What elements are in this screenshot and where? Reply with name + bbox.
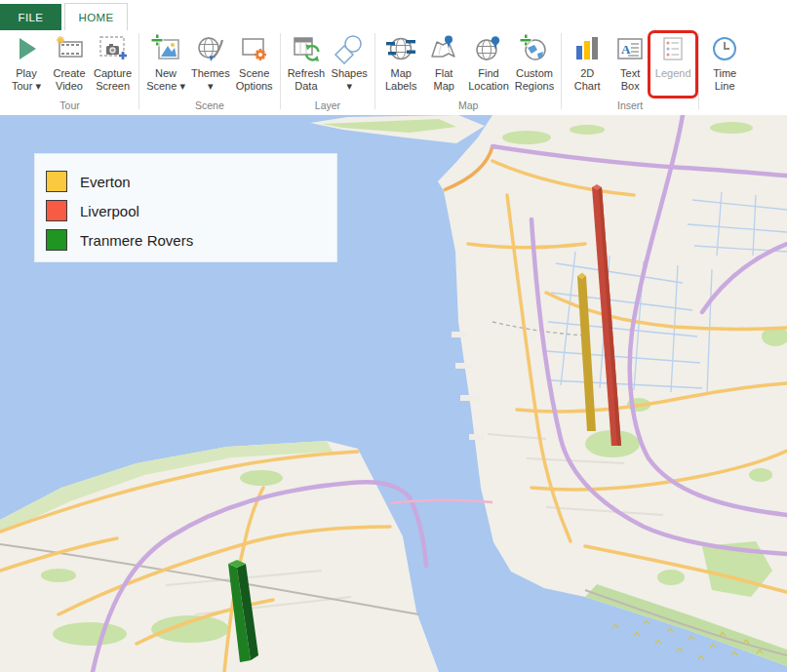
2d-chart-icon bbox=[571, 33, 603, 64]
button-label: 2D bbox=[580, 67, 594, 79]
play-icon bbox=[11, 33, 42, 64]
button-label: Capture bbox=[94, 67, 132, 79]
button-label: Scene ▾ bbox=[146, 80, 185, 92]
legend-label: Everton bbox=[80, 174, 131, 190]
play-tour-button[interactable]: PlayTour ▾ bbox=[5, 30, 48, 99]
tab-home[interactable]: HOME bbox=[64, 3, 128, 31]
button-label: Shapes bbox=[332, 67, 368, 79]
group-label-scene: Scene bbox=[143, 99, 276, 115]
group-tour: PlayTour ▾ CreateVideo bbox=[5, 30, 135, 115]
create-video-button[interactable]: CreateVideo bbox=[48, 30, 91, 99]
themes-globe-brush-icon bbox=[195, 33, 226, 64]
button-label: Custom bbox=[516, 67, 553, 79]
find-location-button[interactable]: FindLocation bbox=[465, 30, 512, 99]
legend-button[interactable]: Legend bbox=[651, 30, 694, 99]
group-label-layer: Layer bbox=[285, 99, 372, 115]
legend-item: Tranmere Rovers bbox=[46, 225, 336, 255]
filmstrip-icon bbox=[54, 33, 85, 64]
new-scene-button[interactable]: NewScene ▾ bbox=[143, 30, 188, 99]
powermap-window: FILE HOME PlayTour ▾ CreateVideo bbox=[0, 0, 787, 672]
flat-map-icon bbox=[428, 33, 459, 64]
themes-button[interactable]: Themes▾ bbox=[188, 30, 233, 99]
group-separator bbox=[374, 33, 375, 109]
group-label-insert: Insert bbox=[566, 99, 694, 115]
scene-options-button[interactable]: SceneOptions bbox=[233, 30, 276, 99]
group-separator bbox=[698, 33, 699, 109]
legend-label: Tranmere Rovers bbox=[80, 232, 193, 249]
button-label: Refresh bbox=[288, 67, 326, 79]
group-time: TimeLine bbox=[703, 30, 746, 115]
tab-file[interactable]: FILE bbox=[0, 4, 61, 30]
button-label: Data bbox=[295, 80, 317, 92]
button-label: Map bbox=[390, 67, 411, 79]
button-label: Map bbox=[434, 80, 454, 92]
button-label: ▾ bbox=[208, 80, 214, 92]
map-legend[interactable]: Everton Liverpool Tranmere Rovers bbox=[34, 153, 337, 262]
button-label: Screen bbox=[96, 80, 130, 92]
button-label: Find bbox=[478, 67, 498, 79]
group-separator bbox=[138, 33, 139, 109]
ribbon-tab-bar: FILE HOME bbox=[0, 0, 787, 30]
refresh-data-icon bbox=[291, 33, 322, 64]
time-line-button[interactable]: TimeLine bbox=[703, 30, 746, 110]
shapes-icon bbox=[334, 33, 365, 64]
2d-chart-button[interactable]: 2DChart bbox=[566, 30, 609, 99]
custom-regions-icon bbox=[519, 33, 550, 64]
group-insert: 2DChart A TextBox Legen bbox=[566, 30, 694, 115]
flat-map-button[interactable]: FlatMap bbox=[422, 30, 465, 99]
button-label: Box bbox=[621, 80, 640, 92]
group-map: MapLabels FlatMap bbox=[379, 30, 557, 115]
legend-swatch-liverpool bbox=[46, 200, 67, 221]
refresh-data-button[interactable]: RefreshData bbox=[285, 30, 329, 99]
capture-screen-button[interactable]: CaptureScreen bbox=[91, 30, 135, 99]
group-separator bbox=[280, 33, 281, 109]
legend-item: Everton bbox=[46, 167, 336, 196]
button-label: Tour ▾ bbox=[12, 80, 41, 92]
group-label-map: Map bbox=[379, 99, 557, 115]
legend-swatch-tranmere bbox=[46, 229, 67, 251]
text-box-button[interactable]: A TextBox bbox=[609, 30, 651, 99]
button-label: Location bbox=[468, 80, 509, 92]
map-labels-button[interactable]: MapLabels bbox=[379, 30, 422, 99]
button-label: Text bbox=[620, 67, 640, 79]
svg-text:A: A bbox=[621, 42, 631, 57]
button-label: New bbox=[155, 67, 177, 79]
button-label: ▾ bbox=[346, 80, 352, 92]
group-label-tour: Tour bbox=[5, 99, 135, 115]
button-label: Regions bbox=[515, 80, 554, 92]
button-label: Video bbox=[56, 80, 83, 92]
legend-swatch-everton bbox=[46, 171, 67, 192]
button-label: Legend bbox=[655, 67, 691, 79]
group-separator bbox=[561, 33, 562, 109]
button-label: Themes bbox=[191, 67, 230, 79]
button-label: Scene bbox=[239, 67, 269, 79]
button-label: Create bbox=[53, 67, 85, 79]
shapes-button[interactable]: Shapes▾ bbox=[328, 30, 371, 99]
button-label: Line bbox=[715, 80, 735, 92]
button-label: Time bbox=[713, 67, 736, 79]
group-scene: NewScene ▾ Themes▾ bbox=[143, 30, 276, 115]
button-label: Flat bbox=[435, 67, 453, 79]
button-label: Labels bbox=[385, 80, 416, 92]
find-location-icon bbox=[473, 33, 504, 64]
ribbon: PlayTour ▾ CreateVideo bbox=[0, 30, 787, 115]
button-label: Play bbox=[16, 67, 36, 79]
clock-icon bbox=[709, 33, 740, 64]
text-box-icon: A bbox=[614, 33, 646, 64]
map-labels-icon bbox=[385, 33, 416, 64]
button-label: Chart bbox=[574, 80, 601, 92]
legend-label: Liverpool bbox=[80, 203, 139, 219]
custom-regions-button[interactable]: CustomRegions bbox=[512, 30, 557, 99]
new-scene-icon bbox=[150, 33, 181, 64]
legend-item: Liverpool bbox=[46, 196, 336, 225]
legend-icon bbox=[657, 33, 689, 64]
group-layer: RefreshData Shapes▾ Layer bbox=[285, 30, 372, 115]
camera-capture-icon bbox=[98, 33, 129, 64]
button-label: Options bbox=[236, 80, 273, 92]
scene-options-icon bbox=[239, 33, 270, 64]
